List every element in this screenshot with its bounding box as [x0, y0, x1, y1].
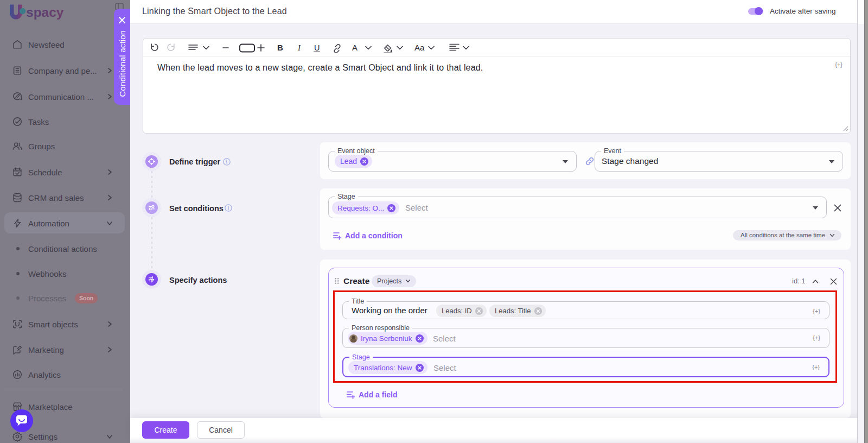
- svg-text:I: I: [297, 43, 301, 52]
- svg-text:A: A: [352, 43, 358, 52]
- svg-text:Aa: Aa: [414, 43, 425, 52]
- svg-text:U: U: [314, 43, 320, 52]
- svg-text:B: B: [277, 43, 283, 52]
- svg-text:spacy: spacy: [26, 5, 64, 20]
